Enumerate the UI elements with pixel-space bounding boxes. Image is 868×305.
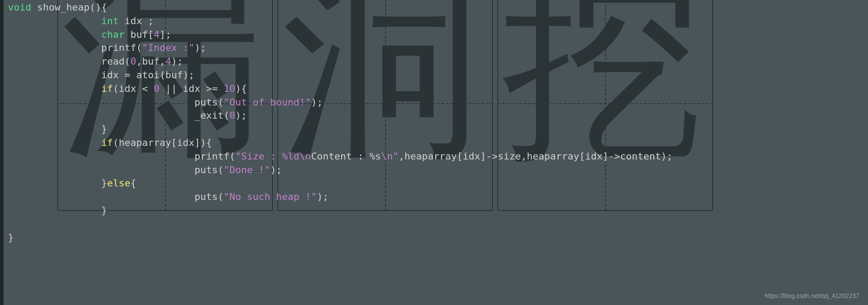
token-punct: (idx < (113, 83, 154, 94)
token-ident: idx (101, 69, 125, 80)
token-punct: } (101, 178, 107, 189)
token-punct: ); (195, 42, 206, 53)
token-ident: Content : %s (311, 151, 381, 162)
code-line[interactable]: } (8, 123, 868, 136)
token-punct: ,heaparray[idx]->size,heaparray[idx]->co… (398, 151, 673, 162)
code-line[interactable]: idx = atoi(buf); (8, 69, 868, 82)
code-line[interactable]: read(0,buf,4); (8, 55, 868, 69)
code-line[interactable]: _exit(0); (8, 109, 868, 123)
token-punct: { (130, 178, 136, 189)
token-punct: ( (218, 191, 224, 202)
token-num: 0 (154, 83, 159, 94)
editor-gutter (0, 0, 4, 305)
token-punct: [ (148, 29, 154, 40)
token-punct: } (8, 232, 14, 243)
token-punct: ){ (235, 83, 247, 94)
token-str: "No such heap !" (224, 191, 317, 202)
token-punct: ); (235, 110, 247, 121)
token-punct: } (101, 123, 107, 134)
code-line[interactable]: void show_heap(){ (8, 1, 868, 15)
token-num: 10 (224, 83, 235, 94)
code-line[interactable]: }else{ (8, 177, 868, 190)
token-punct: ,buf, (136, 56, 165, 67)
token-str: \n" (381, 151, 399, 162)
code-line[interactable]: int idx ; (8, 15, 868, 28)
token-punct: ; (148, 15, 154, 26)
token-kw-ctrl: else (107, 178, 130, 189)
code-line[interactable]: puts("No such heap !"); (8, 190, 868, 204)
token-str: "Done !" (224, 164, 270, 175)
token-func: puts (195, 164, 218, 175)
watermark-text: https://blog.csdn.net/qq_41202237 (765, 292, 859, 301)
token-func: printf (101, 42, 136, 53)
code-line[interactable]: puts("Done !"); (8, 163, 868, 177)
token-punct: (){ (89, 2, 107, 13)
token-punct: (heaparray[idx]){ (113, 137, 212, 148)
code-line[interactable]: printf("Index :"); (8, 41, 868, 55)
token-punct: ); (311, 97, 323, 108)
code-line[interactable]: } (8, 204, 868, 218)
token-punct: ( (224, 110, 229, 121)
token-punct: ); (270, 164, 282, 175)
token-kw-ctrl: if (101, 83, 113, 94)
token-kw-type: char (101, 29, 125, 40)
token-punct: ( (136, 42, 142, 53)
token-str: "Out of bound!" (224, 97, 311, 108)
token-kw-ctrl: if (101, 137, 113, 148)
token-punct: ( (229, 151, 235, 162)
token-str: "Size : %ld\n (235, 151, 311, 162)
token-str: "Index :" (142, 42, 195, 53)
token-punct: || idx >= (159, 83, 224, 94)
code-line[interactable] (8, 218, 868, 231)
code-line[interactable]: } (8, 231, 868, 245)
token-num: 0 (130, 56, 136, 67)
code-line[interactable]: char buf[4]; (8, 28, 868, 42)
token-num: 4 (166, 56, 171, 67)
token-func: read (101, 56, 125, 67)
code-line[interactable]: printf("Size : %ld\nContent : %s\n",heap… (8, 150, 868, 163)
token-punct: (buf); (159, 69, 194, 80)
code-line[interactable]: puts("Out of bound!"); (8, 96, 868, 109)
token-func: atoi (136, 69, 159, 80)
code-editor[interactable]: void show_heap(){ int idx ; char buf[4];… (0, 0, 868, 244)
token-func: printf (195, 151, 229, 162)
code-line[interactable]: if(heaparray[idx]){ (8, 136, 868, 150)
token-punct: ( (218, 97, 224, 108)
token-punct: ]; (159, 29, 171, 40)
token-punct: ); (317, 191, 329, 202)
code-line[interactable]: if(idx < 0 || idx >= 10){ (8, 82, 868, 96)
token-punct: = (125, 69, 136, 80)
token-ident: idx (119, 15, 148, 26)
token-punct: ( (218, 164, 224, 175)
token-func: puts (195, 191, 218, 202)
token-punct: ); (171, 56, 183, 67)
token-num: 0 (229, 110, 235, 121)
token-punct: ( (125, 56, 130, 67)
token-num: 4 (154, 29, 159, 40)
token-ident: buf (125, 29, 148, 40)
token-punct: } (101, 205, 107, 216)
token-func: _exit (195, 110, 224, 121)
token-ident: show_heap (31, 2, 89, 13)
token-func: puts (195, 97, 218, 108)
token-kw-type: void (8, 2, 31, 13)
token-kw-type: int (101, 15, 119, 26)
